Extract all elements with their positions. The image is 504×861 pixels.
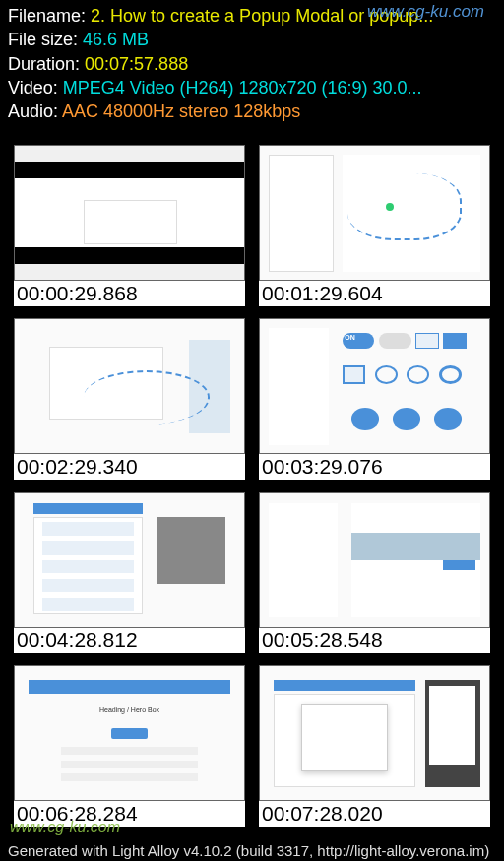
hero-label: Heading / Hero Box (84, 706, 175, 722)
thumbnail-image[interactable]: ON (259, 318, 490, 454)
audio-row: Audio: AAC 48000Hz stereo 128kbps (8, 99, 496, 123)
thumbnail-image[interactable]: Heading / Hero Box (14, 665, 245, 801)
watermark-top: www.cg-ku.com (367, 2, 484, 22)
video-value: MPEG4 Video (H264) 1280x720 (16:9) 30.0.… (63, 78, 422, 98)
thumbnail-image[interactable] (259, 492, 490, 628)
thumbnail-image[interactable] (14, 318, 245, 454)
watermark-bottom: www.cg-ku.com (10, 819, 120, 836)
timestamp: 00:02:29.340 (14, 454, 245, 480)
timestamp: 00:03:29.076 (259, 454, 490, 480)
thumbnail-image[interactable] (259, 145, 490, 281)
filesize-row: File size: 46.6 MB (8, 28, 496, 51)
timestamp: 00:05:28.548 (259, 628, 490, 653)
duration-value: 00:07:57.888 (85, 54, 188, 74)
thumbnail-cell: 00:02:29.340 (14, 318, 245, 480)
thumbnail-image[interactable]: Heading / Hero Box (14, 145, 245, 281)
timestamp: 00:07:28.020 (259, 801, 490, 827)
thumbnail-cell: Heading / Hero Box 00:06:28.284 (14, 665, 245, 827)
thumbnail-cell: 00:04:28.812 (14, 492, 245, 653)
filesize-label: File size: (8, 30, 83, 49)
video-row: Video: MPEG4 Video (H264) 1280x720 (16:9… (8, 76, 496, 99)
toggle-on-label: ON (345, 334, 355, 341)
filename-label: Filename: (8, 6, 91, 26)
thumbnail-image[interactable] (259, 665, 490, 801)
thumbnail-image[interactable] (14, 492, 245, 628)
thumbnail-cell: 00:01:29.604 (259, 145, 490, 306)
thumbnail-cell: ON 00:03:29.076 (259, 318, 490, 480)
timestamp: 00:04:28.812 (14, 628, 245, 653)
hero-button (111, 224, 148, 235)
thumbnail-cell: 00:07:28.020 (259, 665, 490, 827)
duration-label: Duration: (8, 54, 85, 74)
hero-text: Heading / Hero Box (97, 205, 161, 212)
timestamp: 00:01:29.604 (259, 281, 490, 306)
audio-label: Audio: (8, 101, 62, 121)
filesize-value: 46.6 MB (83, 30, 149, 49)
thumbnail-cell: 00:05:28.548 (259, 492, 490, 653)
timestamp: 00:00:29.868 (14, 281, 245, 306)
thumbnail-grid: Heading / Hero Box 00:00:29.868 00:01:29… (0, 127, 504, 832)
thumbnail-cell: Heading / Hero Box 00:00:29.868 (14, 145, 245, 306)
audio-value: AAC 48000Hz stereo 128kbps (62, 101, 300, 121)
generator-footer: Generated with Light Alloy v4.10.2 (buil… (8, 842, 489, 859)
video-label: Video: (8, 78, 63, 98)
duration-row: Duration: 00:07:57.888 (8, 52, 496, 76)
